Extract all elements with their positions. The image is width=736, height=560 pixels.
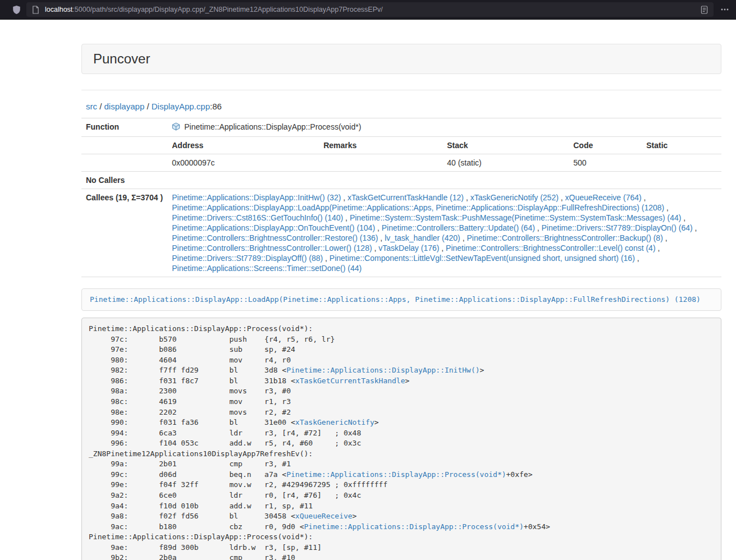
static-value [642,154,721,172]
code-symbol-link[interactable]: xTaskGenericNotify [295,418,374,426]
code-symbol-link[interactable]: xQueueReceive [295,512,353,520]
callee-link[interactable]: Pinetime::Controllers::BrightnessControl… [172,244,372,253]
callee-link[interactable]: Pinetime::Drivers::St7789::DisplayOff() … [172,254,323,263]
overflow-menu-icon[interactable] [720,5,729,14]
callee-link[interactable]: Pinetime::Controllers::BrightnessControl… [172,233,378,242]
callee-link[interactable]: Pinetime::Controllers::BrightnessControl… [446,244,655,253]
divider [81,90,721,90]
page-info-icon[interactable] [32,6,39,14]
callee-link[interactable]: Pinetime::Drivers::St7789::DisplayOn() (… [542,223,693,232]
highlighted-symbol: Pinetime::Applications::DisplayApp::Load… [81,288,721,311]
callee-link[interactable]: Pinetime::Applications::DisplayApp::Load… [172,203,664,212]
page-header: Puncover [81,44,721,74]
callee-link[interactable]: xTaskGenericNotify (252) [470,193,559,202]
callee-link[interactable]: Pinetime::System::SystemTask::PushMessag… [350,213,682,222]
code-symbol-link[interactable]: Pinetime::Applications::DisplayApp::Proc… [304,522,524,531]
url-bar[interactable]: localhost:5000/path/src/displayapp/Displ… [26,2,714,17]
highlighted-symbol-link[interactable]: Pinetime::Applications::DisplayApp::Load… [90,295,701,304]
no-callers-label: No Callers [81,172,167,189]
url-path: :5000/path/src/displayapp/DisplayApp.cpp… [72,6,382,13]
callee-link[interactable]: vTaskDelay (176) [378,244,439,253]
function-name: Pinetime::Applications::DisplayApp::Proc… [184,122,361,131]
callee-link[interactable]: Pinetime::Applications::DisplayApp::OnTo… [172,223,375,232]
url-text: localhost:5000/path/src/displayapp/Displ… [45,6,696,13]
callee-link[interactable]: lv_task_handler (420) [385,233,460,242]
metrics-value-row: 0x0000097c 40 (static) 500 [81,154,721,172]
callee-link[interactable]: Pinetime::Components::LittleVgl::SetNewT… [330,254,635,263]
code-symbol-link[interactable]: xTaskGetCurrentTaskHandle [295,377,405,385]
breadcrumb-link[interactable]: displayapp [104,102,145,111]
function-row: Function Pinetime::Applications::Display… [81,118,721,137]
column-header-remarks: Remarks [319,137,442,154]
reader-mode-icon[interactable] [701,6,708,14]
page-content: Puncover src / displayapp / DisplayApp.c… [81,44,721,560]
no-callers-row: No Callers [81,172,721,189]
callee-link[interactable]: xTaskGetCurrentTaskHandle (12) [348,193,464,202]
code-symbol-link[interactable]: Pinetime::Applications::DisplayApp::Init… [286,366,479,374]
callee-link[interactable]: Pinetime::Applications::Screens::Timer::… [172,264,362,273]
column-header-code: Code [569,137,642,154]
disassembly: Pinetime::Applications::DisplayApp::Proc… [81,318,721,560]
browser-toolbar: localhost:5000/path/src/displayapp/Displ… [0,0,736,20]
callee-link[interactable]: Pinetime::Drivers::Cst816S::GetTouchInfo… [172,213,343,222]
page-title: Puncover [93,51,710,67]
callees-row: Callees (19, Σ=3704 ) Pinetime::Applicat… [81,189,721,277]
callee-link[interactable]: Pinetime::Controllers::Battery::Update()… [382,223,535,232]
callees-list: Pinetime::Applications::DisplayApp::Init… [167,189,721,277]
callee-link[interactable]: Pinetime::Controllers::BrightnessControl… [467,233,662,242]
function-label: Function [81,118,167,137]
column-header-static: Static [642,137,721,154]
metrics-header-row: Address Remarks Stack Code Static [81,137,721,154]
stack-value: 40 (static) [442,154,569,172]
symbol-table: Function Pinetime::Applications::Display… [81,118,721,277]
breadcrumb: src / displayapp / DisplayApp.cpp:86 [81,102,721,111]
column-header-stack: Stack [442,137,569,154]
url-host: localhost [45,6,72,13]
callee-link[interactable]: xQueueReceive (764) [565,193,642,202]
code-symbol-link[interactable]: Pinetime::Applications::DisplayApp::Proc… [286,470,506,479]
breadcrumb-link[interactable]: src [86,102,97,111]
callees-label: Callees (19, Σ=3704 ) [81,189,167,277]
address-value: 0x0000097c [167,154,319,172]
code-value: 500 [569,154,642,172]
shield-icon[interactable] [12,5,21,15]
function-icon [172,122,180,133]
remarks-value [319,154,442,172]
column-header-address: Address [167,137,319,154]
callee-link[interactable]: Pinetime::Applications::DisplayApp::Init… [172,193,341,202]
breadcrumb-link[interactable]: DisplayApp.cpp [152,102,210,111]
